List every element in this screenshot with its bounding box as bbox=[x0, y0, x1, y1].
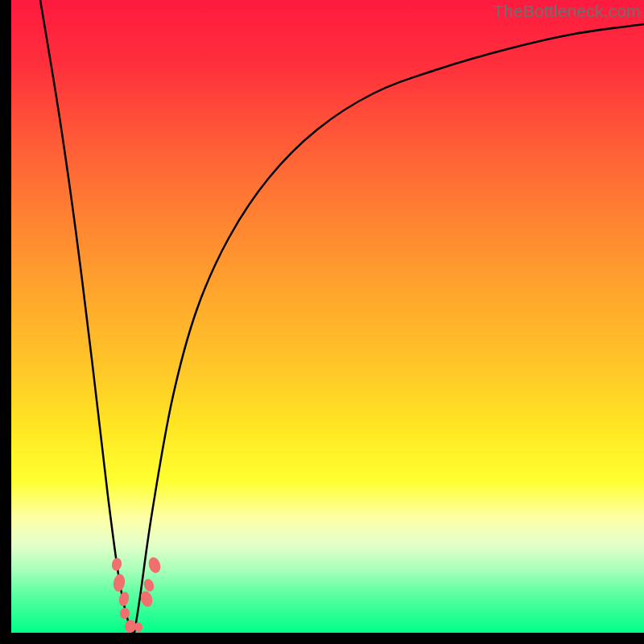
data-marker bbox=[112, 573, 126, 592]
data-marker bbox=[118, 591, 130, 607]
series-curve-left bbox=[40, 0, 134, 633]
chart-canvas bbox=[11, 0, 644, 633]
series-curve-right bbox=[134, 24, 644, 633]
chart-curves bbox=[40, 0, 644, 633]
data-marker bbox=[110, 557, 122, 572]
chart-plot-area: TheBottleneck.com bbox=[11, 0, 644, 633]
data-marker bbox=[119, 607, 130, 620]
data-marker bbox=[147, 555, 162, 574]
data-marker bbox=[142, 577, 156, 592]
